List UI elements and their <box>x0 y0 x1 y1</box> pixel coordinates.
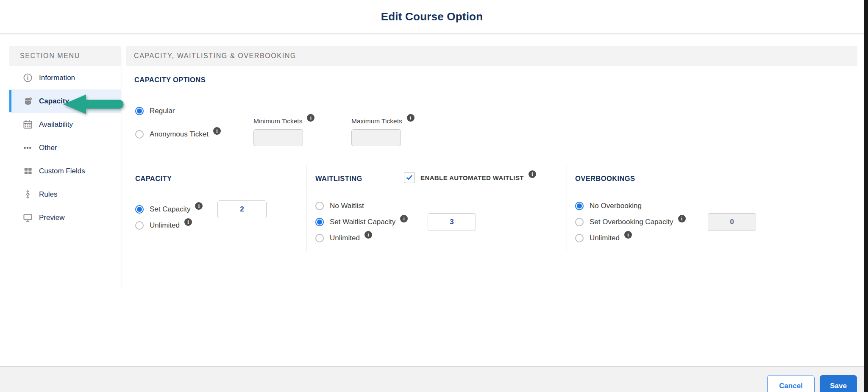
set-overbooking-capacity-radio[interactable] <box>575 218 584 226</box>
sidebar-item-label: Capacity <box>39 97 69 106</box>
section-menu: Information Capacity Availability ••• Ot… <box>9 66 121 229</box>
sidebar-item-other[interactable]: ••• Other <box>9 136 121 159</box>
regular-radio[interactable] <box>135 107 144 115</box>
grid-icon <box>22 167 33 176</box>
set-overbooking-capacity-radio-row: Set Overbooking Capacity i <box>575 217 686 227</box>
overbooking-unlimited-radio[interactable] <box>575 234 584 242</box>
waitlist-unlimited-radio[interactable] <box>315 234 324 242</box>
set-capacity-radio-label[interactable]: Set Capacity <box>150 205 190 214</box>
waitlisting-heading: WAITLISTING <box>315 175 362 183</box>
capacity-waitlist-overbooking-section: CAPACITY Set Capacity i Unlimited i WAIT… <box>126 165 857 252</box>
maximum-tickets-input[interactable] <box>351 129 401 146</box>
no-overbooking-radio-label[interactable]: No Overbooking <box>590 202 642 210</box>
anonymous-ticket-radio-label[interactable]: Anonymous Ticket <box>150 130 209 139</box>
overbooking-unlimited-radio-label[interactable]: Unlimited <box>590 234 620 242</box>
sidebar-divider <box>122 50 122 290</box>
sidebar-item-custom-fields[interactable]: Custom Fields <box>9 159 121 183</box>
main-panel: CAPACITY, WAITLISTING & OVERBOOKING CAPA… <box>126 46 857 290</box>
sidebar-item-label: Preview <box>39 214 64 222</box>
info-tooltip-icon[interactable]: i <box>364 231 372 239</box>
minimum-tickets-label: Minimum Tickets <box>253 117 302 125</box>
anonymous-ticket-radio-row: Anonymous Ticket i <box>135 129 221 139</box>
cancel-button[interactable]: Cancel <box>767 375 815 392</box>
set-capacity-radio[interactable] <box>135 205 144 214</box>
maximum-tickets-field: Maximum Tickets i <box>351 117 415 146</box>
panel-section-title: CAPACITY, WAITLISTING & OVERBOOKING <box>134 52 296 60</box>
capacity-icon <box>22 96 33 106</box>
save-button[interactable]: Save <box>820 375 857 392</box>
sidebar-item-preview[interactable]: Preview <box>9 206 121 229</box>
edit-course-option-modal: Edit Course Option SECTION MENU Informat… <box>0 0 868 392</box>
checkmark-icon <box>406 174 413 181</box>
sidebar-item-capacity[interactable]: Capacity <box>9 89 121 113</box>
sidebar-item-label: Other <box>39 144 57 152</box>
capacity-value-input[interactable] <box>217 200 267 218</box>
set-waitlist-capacity-radio-row: Set Waitlist Capacity i <box>315 217 408 227</box>
info-tooltip-icon[interactable]: i <box>213 127 221 135</box>
regular-radio-row: Regular <box>135 106 175 116</box>
no-waitlist-radio-label[interactable]: No Waitlist <box>330 202 364 210</box>
capacity-unlimited-radio[interactable] <box>135 221 144 230</box>
no-overbooking-radio-row: No Overbooking <box>575 201 642 211</box>
info-tooltip-icon[interactable]: i <box>195 202 203 210</box>
regular-radio-label[interactable]: Regular <box>150 107 175 115</box>
set-overbooking-capacity-radio-label[interactable]: Set Overbooking Capacity <box>590 218 673 226</box>
modal-header: Edit Course Option <box>0 0 864 34</box>
info-tooltip-icon[interactable]: i <box>407 114 415 122</box>
overbooking-unlimited-radio-row: Unlimited i <box>575 233 632 243</box>
column-divider <box>567 165 567 252</box>
overbooking-capacity-value-input[interactable] <box>708 213 756 231</box>
rules-icon <box>22 189 33 199</box>
set-capacity-radio-row: Set Capacity i <box>135 204 203 214</box>
info-tooltip-icon[interactable]: i <box>400 215 408 222</box>
sidebar-item-information[interactable]: Information <box>9 66 121 89</box>
info-tooltip-icon[interactable]: i <box>624 231 632 239</box>
minimum-tickets-input[interactable] <box>253 129 303 146</box>
info-tooltip-icon[interactable]: i <box>678 215 686 222</box>
sidebar-item-label: Rules <box>39 190 57 199</box>
minimum-tickets-field: Minimum Tickets i <box>253 117 314 146</box>
sidebar-item-rules[interactable]: Rules <box>9 183 121 206</box>
capacity-options-heading: CAPACITY OPTIONS <box>134 76 206 84</box>
section-menu-label: SECTION MENU <box>20 52 80 60</box>
overbookings-heading: OVERBOOKINGS <box>575 175 635 183</box>
ellipsis-icon: ••• <box>22 144 33 151</box>
modal-footer: Cancel Save <box>0 366 864 392</box>
panel-section-header: CAPACITY, WAITLISTING & OVERBOOKING <box>126 46 857 66</box>
page-title: Edit Course Option <box>381 10 483 23</box>
no-overbooking-radio[interactable] <box>575 202 584 210</box>
info-icon <box>22 73 33 83</box>
capacity-heading: CAPACITY <box>135 175 172 183</box>
waitlist-unlimited-radio-label[interactable]: Unlimited <box>330 234 360 242</box>
sidebar-item-label: Information <box>39 74 75 82</box>
info-tooltip-icon[interactable]: i <box>184 218 192 226</box>
waitlist-unlimited-radio-row: Unlimited i <box>315 233 372 243</box>
info-tooltip-icon[interactable]: i <box>529 170 536 178</box>
no-waitlist-radio[interactable] <box>315 202 324 210</box>
sidebar-item-label: Availability <box>39 120 73 129</box>
capacity-unlimited-radio-row: Unlimited i <box>135 220 192 231</box>
screen-edge-background <box>864 0 868 392</box>
enable-automated-waitlist-row: ENABLE AUTOMATED WAITLIST i <box>404 172 536 183</box>
sidebar-item-availability[interactable]: Availability <box>9 113 121 136</box>
set-waitlist-capacity-radio-label[interactable]: Set Waitlist Capacity <box>330 218 395 226</box>
calendar-icon <box>22 120 33 129</box>
enable-automated-waitlist-checkbox[interactable] <box>404 172 415 183</box>
monitor-icon <box>22 213 33 222</box>
waitlist-capacity-value-input[interactable] <box>428 213 476 231</box>
no-waitlist-radio-row: No Waitlist <box>315 201 364 211</box>
column-divider <box>306 165 306 252</box>
info-tooltip-icon[interactable]: i <box>307 114 314 122</box>
enable-automated-waitlist-label[interactable]: ENABLE AUTOMATED WAITLIST <box>420 174 524 181</box>
sidebar-item-label: Custom Fields <box>39 167 85 175</box>
section-menu-header: SECTION MENU <box>9 46 121 66</box>
set-waitlist-capacity-radio[interactable] <box>315 218 324 226</box>
maximum-tickets-label: Maximum Tickets <box>351 117 402 125</box>
anonymous-ticket-radio[interactable] <box>135 130 144 139</box>
capacity-unlimited-radio-label[interactable]: Unlimited <box>150 221 180 230</box>
